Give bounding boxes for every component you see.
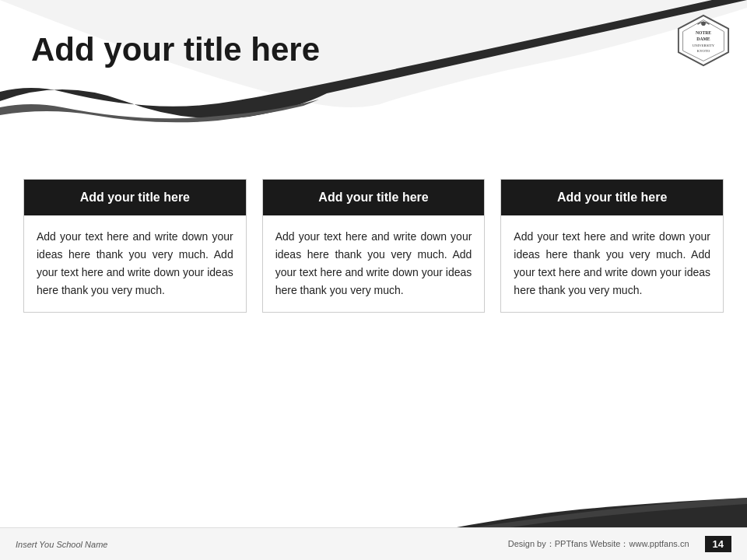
svg-text:KYOTO: KYOTO — [697, 49, 710, 53]
svg-text:NOTRE: NOTRE — [696, 30, 711, 35]
footer-school-name: Insert You School Name — [16, 540, 107, 549]
column-1-body: Add your text here and write down your i… — [24, 215, 246, 312]
main-title: Add your title here — [31, 31, 320, 68]
footer-right: Design by：PPTfans Website：www.pptfans.cn… — [508, 536, 731, 552]
footer-design-credit: Design by：PPTfans Website：www.pptfans.cn — [508, 538, 689, 550]
column-1: Add your title here Add your text here a… — [23, 179, 247, 313]
university-logo: NOTRE DAME UNIVERSITY KYOTO — [677, 14, 733, 70]
column-1-header: Add your title here — [24, 180, 246, 215]
top-swoosh-decoration — [0, 0, 747, 156]
svg-point-6 — [701, 21, 706, 26]
slide: NOTRE DAME UNIVERSITY KYOTO Add your tit… — [0, 0, 747, 560]
svg-text:DAME: DAME — [696, 37, 710, 41]
columns-area: Add your title here Add your text here a… — [23, 179, 724, 313]
column-3: Add your title here Add your text here a… — [500, 179, 724, 313]
svg-text:UNIVERSITY: UNIVERSITY — [693, 44, 715, 47]
column-2: Add your title here Add your text here a… — [262, 179, 486, 313]
column-3-body: Add your text here and write down your i… — [501, 215, 723, 312]
footer: Insert You School Name Design by：PPTfans… — [0, 527, 747, 560]
footer-page-number: 14 — [705, 536, 731, 552]
column-2-body: Add your text here and write down your i… — [263, 215, 485, 312]
column-3-header: Add your title here — [501, 180, 723, 215]
column-2-header: Add your title here — [263, 180, 485, 215]
